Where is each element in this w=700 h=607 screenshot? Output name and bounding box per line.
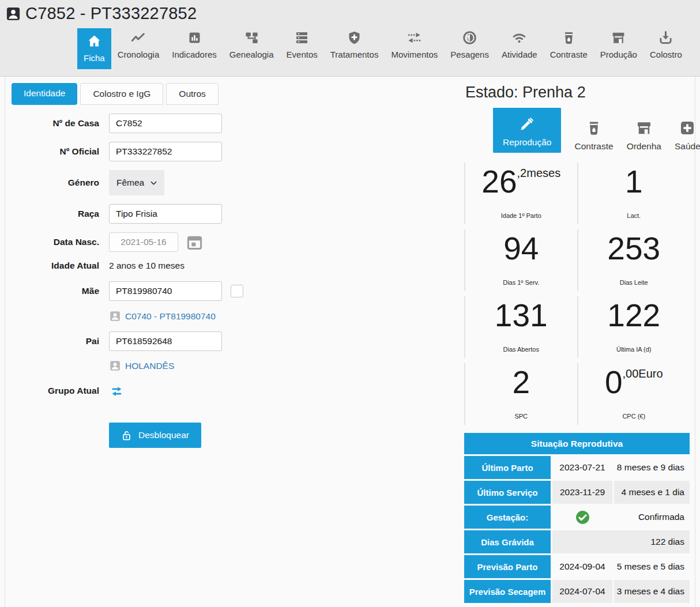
repro-row-previsao-parto: Previsão Parto 2024-09-04 5 meses e 5 di…: [464, 555, 690, 578]
repro-row-previsao-secagem: Previsão Secagem 2024-07-04 3 meses e 4 …: [464, 580, 690, 603]
no-casa-input[interactable]: [109, 114, 222, 133]
nav-item-genealogia[interactable]: Genealogia: [223, 25, 280, 64]
repro-row-label: Último Serviço: [464, 481, 551, 504]
repro-row-extra: 8 meses e 9 dias: [614, 456, 690, 479]
data-nasc-label: Data Nasc.: [12, 237, 99, 247]
genero-label: Género: [12, 178, 99, 188]
nav-item-label: Indicadores: [172, 50, 217, 59]
check-circle-icon: [575, 510, 590, 525]
nav-item-indicadores[interactable]: Indicadores: [165, 25, 223, 64]
contraste-button[interactable]: Contraste: [574, 119, 613, 153]
stat-spc: 2 SPC: [464, 363, 577, 425]
store-icon: [611, 30, 626, 46]
tab-identidade[interactable]: Identidade: [12, 83, 77, 105]
nav-item-label: Cronologia: [118, 50, 160, 59]
half-circle-icon: [462, 30, 477, 46]
repro-row-date: 2023-11-29: [552, 481, 612, 504]
stat-value: 131: [495, 297, 548, 333]
beaker-drop-icon: [585, 119, 603, 137]
stat-lactacao: 1 Lact.: [577, 163, 690, 224]
chevron-down-icon: [149, 179, 158, 187]
page-title: C7852 - PT333227852: [25, 4, 197, 23]
nav-item-ficha[interactable]: Ficha: [77, 28, 111, 69]
nav-item-label: Contraste: [550, 50, 588, 59]
home-icon: [86, 33, 102, 49]
nav-item-producao[interactable]: Produção: [594, 25, 643, 64]
stat-value: 2: [512, 364, 530, 400]
nav-item-cronologia[interactable]: Cronologia: [111, 25, 166, 64]
nav-item-label: Movimentos: [391, 50, 438, 59]
idade-atual-value: 2 anos e 10 meses: [109, 261, 185, 271]
nav-item-label: Atividade: [502, 50, 537, 59]
nav-item-tratamentos[interactable]: Tratamentos: [324, 25, 385, 64]
stat-idade-primeiro-parto: 26,2meses Idade 1º Parto: [464, 163, 577, 224]
pai-link[interactable]: HOLANDÊS: [125, 361, 174, 371]
repro-row-label: Último Parto: [464, 456, 551, 479]
nav-item-colostro[interactable]: Colostro: [643, 25, 688, 64]
nav-item-movimentos[interactable]: Movimentos: [385, 25, 444, 64]
nav-item-eventos[interactable]: Eventos: [280, 25, 324, 64]
no-oficial-input[interactable]: [109, 142, 222, 161]
pipette-icon: [518, 115, 536, 133]
saude-button[interactable]: Saúde: [675, 119, 700, 153]
stat-value: 0: [605, 364, 623, 400]
repro-row-ultimo-parto: Último Parto 2023-07-21 8 meses e 9 dias: [464, 456, 690, 479]
person-icon: [5, 6, 21, 22]
nav-item-contraste[interactable]: Contraste: [544, 25, 594, 64]
state-button-label: Reprodução: [503, 137, 551, 148]
nav-item-label: Pesagens: [450, 50, 489, 59]
state-button-label: Ordenha: [627, 141, 661, 152]
transfer-arrows-icon: [407, 30, 422, 46]
bar-chart-icon: [187, 30, 202, 46]
stat-value: 122: [607, 297, 660, 333]
plus-square-icon: [679, 119, 696, 137]
nav-item-atividade[interactable]: Atividade: [495, 25, 544, 64]
idade-atual-label: Idade Atual: [12, 261, 99, 271]
unlock-button[interactable]: Desbloquear: [109, 423, 201, 448]
stat-dias-leite: 253 Dias Leite: [577, 229, 690, 291]
raca-input[interactable]: [109, 204, 222, 224]
genero-select-value: Fêmea: [116, 178, 144, 188]
repro-table: Situação Reprodutiva Último Parto 2023-0…: [464, 433, 690, 603]
ordenha-button[interactable]: Ordenha: [627, 119, 661, 153]
download-icon: [658, 30, 673, 46]
main-nav: Ficha Cronologia Indicadores Genealogia …: [77, 23, 700, 73]
identity-tabs: Identidade Colostro e IgG Outros: [12, 83, 464, 105]
stat-label: Dias Abertos: [503, 346, 539, 353]
repro-row-dias-gravida: Dias Grávida 122 dias: [464, 530, 690, 553]
repro-row-date: 2024-07-04: [552, 580, 612, 603]
no-casa-label: Nº de Casa: [12, 118, 99, 129]
estado-title: Estado: Prenha 2: [465, 84, 690, 101]
nav-item-label: Eventos: [287, 50, 318, 59]
tab-colostro-igg[interactable]: Colostro e IgG: [80, 83, 163, 105]
grupo-atual-label: Grupo Atual: [12, 386, 99, 396]
beaker-drop-icon: [561, 30, 577, 46]
data-nasc-input[interactable]: [109, 232, 178, 252]
stat-value: 253: [607, 231, 660, 266]
tab-outros[interactable]: Outros: [166, 83, 219, 105]
repro-row-label: Previsão Parto: [464, 555, 551, 578]
repro-row-date: 2024-09-04: [552, 555, 612, 578]
calendar-icon[interactable]: [186, 233, 204, 251]
stat-label: Dias 1º Serv.: [503, 279, 539, 286]
genero-select[interactable]: Fêmea: [109, 170, 164, 195]
gestacao-status-cell: [552, 506, 612, 529]
state-button-label: Saúde: [675, 141, 700, 152]
app-header: C7852 - PT333227852 Ficha Cronologia Ind…: [0, 0, 700, 77]
mae-input[interactable]: [109, 281, 222, 301]
unlock-button-label: Desbloquear: [138, 430, 189, 440]
mae-checkbox[interactable]: [231, 285, 243, 297]
nav-item-pesagens[interactable]: Pesagens: [444, 25, 495, 64]
nav-item-label: Genealogia: [229, 50, 274, 59]
pai-input[interactable]: [109, 331, 222, 351]
repro-row-extra: Confirmada: [614, 506, 690, 529]
stat-dias-primeiro-servico: 94 Dias 1º Serv.: [464, 229, 577, 291]
reproducao-button[interactable]: Reprodução: [493, 108, 561, 153]
repro-row-gestacao: Gestação: Confirmada: [464, 506, 690, 529]
stat-dias-abertos: 131 Dias Abertos: [464, 296, 577, 358]
lock-open-icon: [121, 430, 132, 441]
stat-value: 1: [625, 164, 643, 199]
mae-link[interactable]: C0740 - PT819980740: [125, 311, 216, 322]
swap-arrows-icon[interactable]: [109, 384, 125, 398]
stat-cpc: 0,00Euro CPC (€): [577, 363, 690, 425]
